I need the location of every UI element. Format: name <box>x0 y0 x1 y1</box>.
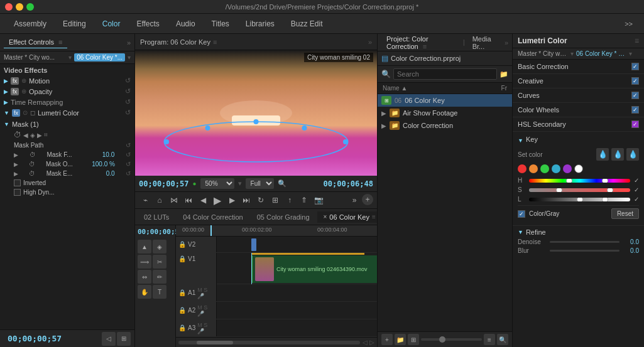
razor-tool[interactable]: ✂ <box>153 255 166 269</box>
l-handle-left[interactable] <box>577 198 583 201</box>
eyedropper-btn-3[interactable]: 💧 <box>626 148 639 161</box>
lift-btn[interactable]: ↑ <box>283 194 296 206</box>
track-a1-lock[interactable]: 🔒 <box>178 289 186 296</box>
new-folder-btn[interactable]: 📁 <box>395 334 406 345</box>
reset-button[interactable]: Reset <box>611 208 639 219</box>
lumetri-curves[interactable]: Curves <box>513 88 644 103</box>
search-folder-icon[interactable]: 📁 <box>499 70 508 78</box>
blur-slider[interactable] <box>550 250 619 252</box>
l-slider[interactable] <box>529 198 630 201</box>
resolution-select[interactable]: Full 1/2 1/4 <box>246 178 274 189</box>
nav-color[interactable]: Color <box>95 16 128 31</box>
tab-02-luts[interactable]: 02 LUTs <box>138 211 175 223</box>
effect-row-opacity[interactable]: ▶ fx ⊕ Opacity ↺ <box>0 86 134 97</box>
search-input[interactable] <box>393 68 497 80</box>
tab-04-color-correction[interactable]: 04 Color Correction <box>177 211 249 223</box>
tab-media-browser[interactable]: Media Br... <box>467 33 505 52</box>
mask-expansion-row[interactable]: ▶ ⏱ Mask E... 0.0 ↺ <box>4 169 131 178</box>
opacity-reset[interactable]: ↺ <box>125 87 131 95</box>
airshow-expand[interactable]: ▶ <box>381 110 386 117</box>
mark-in-btn[interactable]: ⌁ <box>139 194 151 206</box>
creative-checkbox[interactable] <box>631 77 639 85</box>
timeline-scrollbar[interactable]: ◁ ▷ <box>176 337 377 347</box>
eyedropper-btn-1[interactable]: 💧 <box>596 148 609 161</box>
new-item-btn[interactable]: + <box>381 334 393 345</box>
effect-row-timeremapping[interactable]: ▶ Time Remapping ↺ <box>0 97 134 107</box>
s-handle-right[interactable] <box>607 188 613 192</box>
play-btn[interactable]: ▶ <box>211 194 224 206</box>
v1-clip[interactable]: City woman smiling 024634390.mov <box>251 255 377 283</box>
nav-editing[interactable]: Editing <box>55 16 94 31</box>
lumetri-menu-icon[interactable]: ≡ <box>635 36 639 45</box>
mask-opacity-row[interactable]: ▶ ⏱ Mask O... 100.0 % ↺ <box>4 159 131 169</box>
scroll-right-btn[interactable]: ▷ <box>369 339 374 346</box>
mask-feather-row[interactable]: ▶ ⏱ Mask F... 10.0 ↺ <box>4 150 131 159</box>
mask-feather-reset[interactable]: ↺ <box>126 151 131 158</box>
timeremapping-reset[interactable]: ↺ <box>125 98 131 106</box>
project-slider[interactable] <box>421 338 482 341</box>
project-expand[interactable]: » <box>505 39 508 46</box>
window-controls[interactable] <box>5 3 34 11</box>
nav-effects[interactable]: Effects <box>129 16 166 31</box>
colorcorrection-expand[interactable]: ▶ <box>381 122 386 129</box>
step-fwd-btn[interactable]: ⏭ <box>240 194 253 206</box>
mask-clock-icon[interactable]: ⏱ <box>14 131 21 139</box>
effect-row-lumetri[interactable]: ▼ fx ⊙ ◻ Lumetri Color ↺ <box>0 107 134 118</box>
track-a3-lock[interactable]: 🔒 <box>178 324 186 331</box>
mask-invert-icon[interactable]: ⌗ <box>44 131 48 139</box>
step-back-btn[interactable]: ⏮ <box>182 194 195 206</box>
mask-next-btn[interactable]: ▶ <box>37 132 42 139</box>
h-check[interactable]: ✓ <box>634 177 639 184</box>
denoise-slider[interactable] <box>550 241 619 243</box>
h-slider[interactable] <box>529 179 630 183</box>
s-handle-left[interactable] <box>556 188 562 192</box>
more-transport[interactable]: » <box>348 194 361 206</box>
zoom-select[interactable]: 50% 100% 25% <box>200 178 234 189</box>
project-item-airshow[interactable]: ▶ 📁 Air Show Footage <box>378 107 512 119</box>
color-swatch-orange[interactable] <box>529 164 538 173</box>
lumetri-color-wheels[interactable]: Color Wheels <box>513 103 644 117</box>
h-handle-left[interactable] <box>566 179 572 183</box>
h-handle-right[interactable] <box>602 179 608 183</box>
lumetri-hsl-secondary[interactable]: HSL Secondary <box>513 117 644 132</box>
tab-project[interactable]: Project: Color Correction ≡ <box>381 33 461 52</box>
track-v2-lock[interactable]: 🔒 <box>178 241 186 248</box>
slip-tool[interactable]: ⇔ <box>138 270 151 284</box>
lumetri-reset[interactable]: ↺ <box>125 109 131 117</box>
minimize-button[interactable] <box>16 3 23 11</box>
color-swatch-cyan[interactable] <box>552 164 560 173</box>
panel-expand-btn[interactable]: » <box>127 39 131 46</box>
track-v1-lock[interactable]: 🔒 <box>178 255 186 262</box>
effect-row-motion[interactable]: ▶ fx ⊕ Motion ↺ <box>0 75 134 86</box>
maximize-button[interactable] <box>26 3 34 11</box>
mask-prev-btn[interactable]: ◀ <box>23 132 28 139</box>
l-check[interactable]: ✓ <box>634 196 639 203</box>
highdyn-row[interactable]: High Dyn... <box>4 188 131 197</box>
nav-libraries[interactable]: Libraries <box>238 16 282 31</box>
track-select-tool[interactable]: ◈ <box>153 240 166 254</box>
safe-margins-btn[interactable]: ⊞ <box>269 194 281 206</box>
mark-out-btn[interactable]: ⌂ <box>153 194 166 206</box>
nav-titles[interactable]: Titles <box>204 16 237 31</box>
ec-active-clip[interactable]: 06 Color Key *... <box>74 53 125 61</box>
nav-more-button[interactable]: >> <box>619 17 638 31</box>
transport-expand[interactable]: ⊞ <box>117 332 131 346</box>
color-wheels-checkbox[interactable] <box>631 106 639 114</box>
color-swatch-green[interactable] <box>540 164 549 173</box>
inverted-checkbox[interactable] <box>14 179 21 186</box>
hand-tool[interactable]: ✋ <box>138 285 151 299</box>
mask-path-reset[interactable]: ↺ <box>126 142 131 149</box>
color-swatch-white[interactable] <box>574 164 583 173</box>
loop-btn[interactable]: ↻ <box>254 194 267 206</box>
scroll-left-btn[interactable]: ◁ <box>363 339 368 346</box>
highdyn-checkbox[interactable] <box>14 189 21 196</box>
transport-prev[interactable]: ◁ <box>102 332 116 346</box>
mask-opacity-reset[interactable]: ↺ <box>126 161 131 168</box>
add-btn[interactable]: + <box>362 194 373 205</box>
lumetri-basic-correction[interactable]: Basic Correction <box>513 60 644 74</box>
s-check[interactable]: ✓ <box>634 186 639 193</box>
nav-audio[interactable]: Audio <box>168 16 203 31</box>
mask-header[interactable]: ▼ Mask (1) <box>4 119 131 129</box>
tab-06-color-key[interactable]: × 06 Color Key ≡ <box>317 211 382 223</box>
lumetri-creative[interactable]: Creative <box>513 74 644 88</box>
